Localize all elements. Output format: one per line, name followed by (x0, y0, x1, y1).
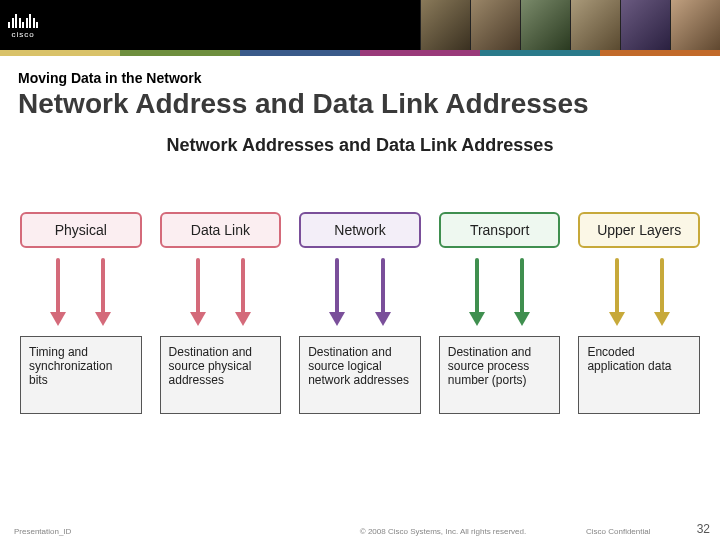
arrow-cell (578, 258, 700, 328)
layers-row: PhysicalData LinkNetworkTransportUpper L… (18, 212, 702, 248)
footer-confidential: Cisco Confidential (586, 527, 706, 536)
down-arrow-icon (330, 258, 344, 328)
cisco-bars-icon (8, 12, 38, 28)
layer-label: Network (334, 222, 385, 238)
banner-photo (520, 0, 570, 50)
slide-content: Network Addresses and Data Link Addresse… (18, 135, 702, 414)
down-arrow-icon (96, 258, 110, 328)
down-arrow-icon (610, 258, 624, 328)
layer-label: Upper Layers (597, 222, 681, 238)
banner-photo (420, 0, 470, 50)
layer-label: Physical (55, 222, 107, 238)
brand-name: cisco (11, 30, 34, 39)
layer-box: Data Link (160, 212, 282, 248)
banner-photo (670, 0, 720, 50)
footer-page-number: 32 (697, 522, 710, 536)
banner-photo (570, 0, 620, 50)
arrow-cell (439, 258, 561, 328)
layer-box: Physical (20, 212, 142, 248)
arrows-row (18, 258, 702, 328)
down-arrow-icon (515, 258, 529, 328)
layer-box: Transport (439, 212, 561, 248)
layer-description: Timing and synchronization bits (20, 336, 142, 414)
layer-description: Destination and source process number (p… (439, 336, 561, 414)
slide-eyebrow: Moving Data in the Network (18, 70, 720, 86)
footer-presentation-id: Presentation_ID (14, 527, 300, 536)
arrow-cell (299, 258, 421, 328)
layer-box: Network (299, 212, 421, 248)
layer-description: Destination and source logical network a… (299, 336, 421, 414)
arrow-cell (160, 258, 282, 328)
content-title: Network Addresses and Data Link Addresse… (18, 135, 702, 156)
layer-description: Encoded application data (578, 336, 700, 414)
down-arrow-icon (655, 258, 669, 328)
down-arrow-icon (236, 258, 250, 328)
layer-label: Data Link (191, 222, 250, 238)
photo-strip (420, 0, 720, 50)
arrow-cell (20, 258, 142, 328)
layer-label: Transport (470, 222, 529, 238)
down-arrow-icon (191, 258, 205, 328)
down-arrow-icon (51, 258, 65, 328)
layer-box: Upper Layers (578, 212, 700, 248)
footer-copyright: © 2008 Cisco Systems, Inc. All rights re… (300, 527, 586, 536)
top-banner: cisco (0, 0, 720, 50)
accent-stripe (0, 50, 720, 56)
down-arrow-icon (470, 258, 484, 328)
layer-description: Destination and source physical addresse… (160, 336, 282, 414)
banner-photo (620, 0, 670, 50)
cisco-logo: cisco (8, 12, 38, 39)
slide-footer: Presentation_ID © 2008 Cisco Systems, In… (0, 527, 720, 536)
slide-title: Network Address and Data Link Addresses (18, 88, 720, 120)
banner-photo (470, 0, 520, 50)
down-arrow-icon (376, 258, 390, 328)
descriptions-row: Timing and synchronization bitsDestinati… (18, 336, 702, 414)
